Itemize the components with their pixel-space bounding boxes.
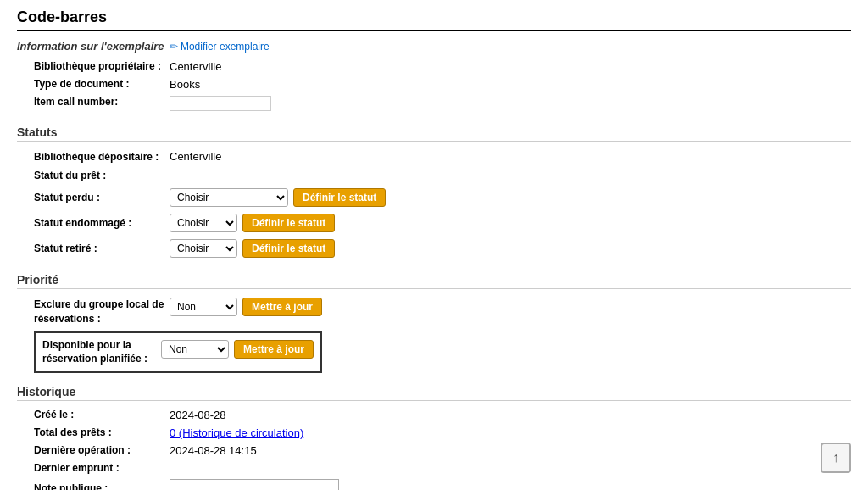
derniere-operation-value: 2024-08-28 14:15 bbox=[170, 444, 257, 457]
statut-perdu-label: Statut perdu : bbox=[34, 192, 170, 203]
note-publique-label: Note publique : bbox=[34, 479, 170, 490]
item-call-number-row: Item call number: bbox=[34, 93, 851, 114]
statut-perdu-btn[interactable]: Définir le statut bbox=[293, 188, 386, 207]
info-section-header: Information sur l'exemplaire ✏ Modifier … bbox=[17, 40, 851, 53]
edit-exemplaire-link[interactable]: ✏ Modifier exemplaire bbox=[170, 41, 270, 53]
scroll-top-button[interactable]: ↑ bbox=[821, 443, 851, 473]
statut-endommage-label: Statut endommagé : bbox=[34, 217, 170, 229]
disponible-reservation-row: Disponible pour la réservation planifiée… bbox=[34, 331, 322, 374]
priorite-section-header: Priorité bbox=[17, 273, 851, 289]
note-publique-row: Note publique : Mettre à jour bbox=[34, 476, 851, 490]
statut-endommage-dropdown[interactable]: Choisir Oui Non bbox=[170, 214, 237, 232]
item-call-number-label: Item call number: bbox=[34, 96, 170, 111]
bibliotheque-proprietaire-row: Bibliothèque propriétaire : Centerville bbox=[34, 58, 851, 75]
bibliotheque-proprietaire-label: Bibliothèque propriétaire : bbox=[34, 60, 170, 73]
type-document-row: Type de document : Books bbox=[34, 75, 851, 93]
derniere-operation-row: Dernière opération : 2024-08-28 14:15 bbox=[34, 442, 851, 459]
disponible-reservation-dropdown[interactable]: Non Oui bbox=[161, 340, 229, 359]
statut-endommage-row: Statut endommagé : Choisir Oui Non Défin… bbox=[34, 210, 851, 236]
total-prets-row: Total des prêts : 0 (Historique de circu… bbox=[34, 424, 851, 442]
statut-endommage-btn[interactable]: Définir le statut bbox=[242, 214, 335, 232]
statut-retire-label: Statut retiré : bbox=[34, 242, 170, 254]
statut-perdu-controls: Choisir Oui Non Définir le statut bbox=[170, 188, 386, 207]
historique-circulation-link[interactable]: 0 (Historique de circulation) bbox=[170, 426, 303, 439]
disponible-reservation-controls: Non Oui Mettre à jour bbox=[161, 340, 314, 359]
exclure-groupe-dropdown[interactable]: Non Oui bbox=[170, 298, 237, 316]
total-prets-value: 0 (Historique de circulation) bbox=[170, 426, 303, 439]
derniere-operation-label: Dernière opération : bbox=[34, 444, 170, 457]
disponible-reservation-btn[interactable]: Mettre à jour bbox=[234, 340, 314, 359]
note-publique-controls: Mettre à jour bbox=[170, 479, 424, 490]
note-publique-textarea[interactable] bbox=[170, 479, 339, 490]
statut-perdu-row: Statut perdu : Choisir Oui Non Définir l… bbox=[34, 185, 851, 210]
exclure-groupe-controls: Non Oui Mettre à jour bbox=[170, 298, 322, 316]
dernier-emprunt-row: Dernier emprunt : bbox=[34, 459, 851, 476]
item-call-number-input[interactable] bbox=[170, 96, 271, 111]
page-title: Code-barres bbox=[17, 8, 851, 31]
dernier-emprunt-label: Dernier emprunt : bbox=[34, 462, 170, 474]
exclure-groupe-row: Exclure du groupe local de réservations … bbox=[34, 294, 851, 330]
statut-retire-row: Statut retiré : Choisir Oui Non Définir … bbox=[34, 236, 851, 261]
statut-endommage-controls: Choisir Oui Non Définir le statut bbox=[170, 214, 335, 232]
statut-retire-dropdown[interactable]: Choisir Oui Non bbox=[170, 239, 237, 258]
edit-link-text: Modifier exemplaire bbox=[181, 41, 270, 53]
pencil-icon: ✏ bbox=[170, 41, 178, 53]
statut-retire-btn[interactable]: Définir le statut bbox=[242, 239, 335, 258]
disponible-reservation-label: Disponible pour la réservation planifiée… bbox=[42, 338, 161, 367]
info-rows: Bibliothèque propriétaire : Centerville … bbox=[17, 58, 851, 114]
cree-le-label: Créé le : bbox=[34, 409, 170, 421]
cree-le-value: 2024-08-28 bbox=[170, 409, 226, 421]
statut-pret-row: Statut du prêt : bbox=[34, 166, 851, 185]
historique-section-header: Historique bbox=[17, 385, 851, 401]
bibliotheque-depositaire-row: Bibliothèque dépositaire : Centerville bbox=[34, 147, 851, 166]
statut-perdu-dropdown[interactable]: Choisir Oui Non bbox=[170, 188, 288, 207]
cree-le-row: Créé le : 2024-08-28 bbox=[34, 406, 851, 424]
exclure-groupe-label: Exclure du groupe local de réservations … bbox=[34, 298, 170, 326]
bibliotheque-depositaire-value: Centerville bbox=[170, 150, 221, 163]
bibliotheque-proprietaire-value: Centerville bbox=[170, 60, 221, 73]
item-call-number-value bbox=[170, 96, 271, 111]
type-document-value: Books bbox=[170, 78, 200, 91]
statut-retire-controls: Choisir Oui Non Définir le statut bbox=[170, 239, 335, 258]
statuts-section-header: Statuts bbox=[17, 125, 851, 142]
exclure-groupe-btn[interactable]: Mettre à jour bbox=[242, 298, 322, 316]
statut-pret-label: Statut du prêt : bbox=[34, 170, 170, 181]
type-document-label: Type de document : bbox=[34, 78, 170, 91]
bibliotheque-depositaire-label: Bibliothèque dépositaire : bbox=[34, 151, 170, 163]
info-header-text: Information sur l'exemplaire bbox=[17, 40, 164, 53]
total-prets-label: Total des prêts : bbox=[34, 426, 170, 439]
